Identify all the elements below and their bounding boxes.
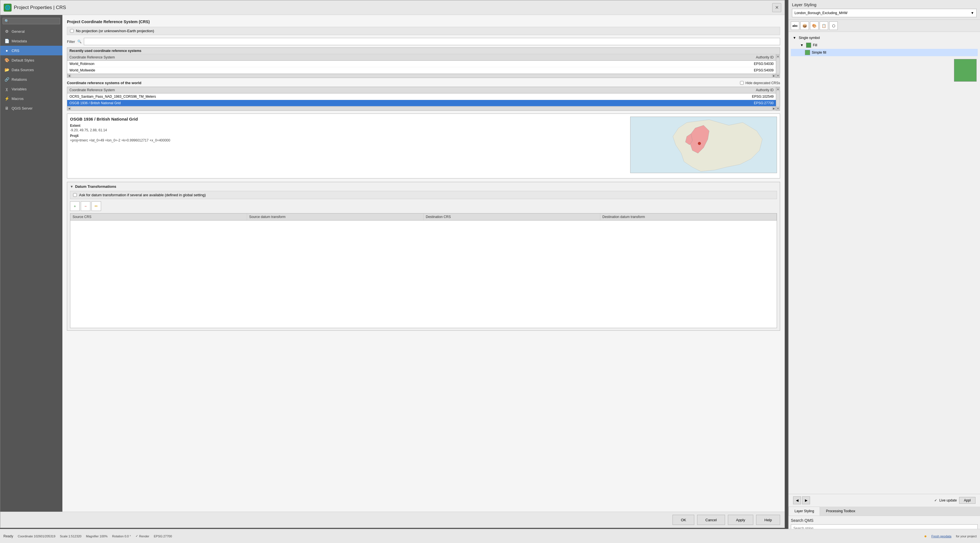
- toolbar-layers-button[interactable]: 📦: [800, 21, 809, 30]
- scroll-down-arrow[interactable]: ▼: [776, 74, 780, 78]
- world-crs-horiz-scroll[interactable]: ◀ ▶: [67, 107, 776, 110]
- fill-color-swatch[interactable]: [806, 43, 811, 48]
- datum-ask-checkbox[interactable]: [73, 193, 77, 197]
- crs-info-title: OSGB 1936 / British National Grid: [70, 116, 627, 121]
- fresh-geodata-suffix: for your project: [956, 535, 977, 538]
- datum-table-header: Source CRS Source datum transform Destin…: [70, 213, 777, 221]
- sidebar: 🔍 ⚙ General 📄 Metadata ● CRS 🎨 Default S…: [0, 15, 62, 512]
- world-crs-title: Coordinate reference systems of the worl…: [67, 81, 142, 85]
- datum-edit-button[interactable]: ✏: [91, 201, 101, 211]
- world-crs-header: Coordinate reference systems of the worl…: [67, 81, 780, 85]
- datum-col-source-crs: Source CRS: [70, 213, 247, 220]
- sidebar-item-variables[interactable]: χ Variables: [0, 84, 62, 94]
- toolbar-blend-button[interactable]: ⬡: [829, 21, 838, 30]
- datum-add-button[interactable]: +: [70, 201, 80, 211]
- world-crs-vert-scroll[interactable]: ▲ ▼: [776, 87, 780, 110]
- table-row[interactable]: World_Mollweide EPSG:54009: [67, 67, 776, 74]
- table-row[interactable]: OSGB 1936 / British National Grid EPSG:2…: [67, 100, 776, 107]
- tab-layer-styling[interactable]: Layer Styling: [789, 506, 820, 516]
- recently-used-label: Recently used coordinate reference syste…: [67, 48, 780, 54]
- world-scroll-down-arrow[interactable]: ▼: [776, 107, 780, 110]
- hide-deprecated-checkbox[interactable]: [740, 81, 744, 85]
- macros-icon: ⚡: [4, 96, 9, 101]
- ok-button[interactable]: OK: [673, 515, 694, 525]
- right-panel: Layer Styling London_Borough_Excluding_M…: [788, 0, 980, 543]
- single-symbol-row[interactable]: ▼ Single symbol: [791, 34, 978, 41]
- large-color-swatch[interactable]: [954, 59, 977, 81]
- dialog-titlebar: 🌐 Project Properties | CRS ✕: [0, 0, 784, 15]
- apply-button[interactable]: Apply: [728, 515, 754, 525]
- map-preview-svg: [630, 117, 777, 173]
- toolbar-table-button[interactable]: 📋: [819, 21, 828, 30]
- simple-fill-swatch[interactable]: [805, 50, 810, 55]
- world-crs-table: Coordinate Reference System Authority ID…: [67, 87, 780, 111]
- live-update-label: Live update: [939, 498, 957, 502]
- recently-used-horiz-scroll[interactable]: ◀ ▶: [67, 74, 776, 78]
- sidebar-item-qgis-server[interactable]: 🖥 QGIS Server: [0, 104, 62, 113]
- recently-used-table-wrapper: Coordinate Reference System Authority ID…: [67, 54, 776, 78]
- search-qms-title: Search QMS: [791, 518, 978, 523]
- sidebar-item-relations[interactable]: 🔗 Relations: [0, 75, 62, 84]
- right-apply-button[interactable]: Appl: [959, 497, 975, 504]
- world-crs-header-row: Coordinate Reference System Authority ID: [67, 87, 776, 94]
- scroll-up-arrow[interactable]: ▲: [776, 54, 780, 58]
- datum-remove-button[interactable]: −: [81, 201, 90, 211]
- sidebar-item-general[interactable]: ⚙ General: [0, 27, 62, 36]
- checkmark-render-icon: ✓: [135, 534, 138, 538]
- filter-search-icon: 🔍: [77, 40, 81, 43]
- table-row[interactable]: OCRS_Santiam_Pass_NAD_1983_CORS96_TM_Met…: [67, 94, 776, 100]
- sidebar-search-bar[interactable]: 🔍: [3, 18, 60, 24]
- status-bar: Ready Coordinate 102601/205319 Scale 1:5…: [0, 529, 980, 543]
- toolbar-abc-button[interactable]: abc: [791, 21, 799, 30]
- world-scroll-left-arrow[interactable]: ◀: [67, 107, 71, 111]
- sidebar-item-data-sources[interactable]: 📂 Data Sources: [0, 65, 62, 75]
- recently-used-rows: World_Robinson EPSG:54030 World_Mollweid…: [67, 61, 776, 74]
- world-scroll-up-arrow[interactable]: ▲: [776, 87, 780, 91]
- toolbar-palette-button[interactable]: 🎨: [810, 21, 818, 30]
- recently-used-section-with-scroll: Coordinate Reference System Authority ID…: [67, 54, 780, 78]
- sidebar-item-label-variables: Variables: [11, 87, 27, 91]
- filter-input[interactable]: [84, 38, 780, 45]
- scroll-right-arrow[interactable]: ▶: [772, 74, 776, 78]
- blend-icon: ⬡: [832, 24, 835, 28]
- table-row[interactable]: World_Robinson EPSG:54030: [67, 61, 776, 67]
- sidebar-item-label-data-sources: Data Sources: [11, 68, 34, 72]
- tab-processing-toolbox[interactable]: Processing Toolbox: [820, 506, 861, 516]
- datum-table: Source CRS Source datum transform Destin…: [70, 213, 777, 328]
- nav-back-button[interactable]: ◀: [793, 497, 801, 504]
- no-projection-checkbox[interactable]: [70, 29, 74, 33]
- scroll-left-arrow[interactable]: ◀: [67, 74, 71, 78]
- sidebar-item-label-general: General: [11, 29, 25, 33]
- world-crs-header-id: Authority ID: [737, 87, 776, 93]
- close-button[interactable]: ✕: [772, 3, 781, 12]
- sidebar-item-macros[interactable]: ⚡ Macros: [0, 94, 62, 104]
- abc-icon: abc: [792, 24, 798, 27]
- fill-row[interactable]: ▼ Fill: [791, 41, 978, 49]
- recently-used-vert-scroll[interactable]: ▲ ▼: [776, 54, 780, 78]
- cancel-button[interactable]: Cancel: [697, 515, 725, 525]
- datum-checkbox-row: Ask for datum transformation if several …: [70, 191, 777, 199]
- datum-collapse-arrow[interactable]: ▼: [70, 185, 73, 189]
- crs-row-id-1: EPSG:54009: [737, 67, 776, 73]
- sidebar-item-label-qgis-server: QGIS Server: [11, 106, 32, 110]
- world-scroll-right-arrow[interactable]: ▶: [772, 107, 776, 111]
- layer-dropdown-name: London_Borough_Excluding_MHW: [794, 11, 847, 15]
- layer-dropdown[interactable]: London_Borough_Excluding_MHW ▼: [792, 9, 977, 17]
- nav-forward-button[interactable]: ▶: [802, 497, 810, 504]
- layers-icon: 📦: [802, 24, 807, 28]
- help-button[interactable]: Help: [756, 515, 780, 525]
- datum-section-title: Datum Transformations: [75, 185, 116, 189]
- fill-expand-icon: ▼: [799, 43, 804, 48]
- fresh-geodata-link[interactable]: Fresh geodata: [931, 535, 951, 538]
- sidebar-item-crs[interactable]: ● CRS: [0, 46, 62, 55]
- sidebar-item-metadata[interactable]: 📄 Metadata: [0, 36, 62, 46]
- nav-live-row: ◀ ▶ ✓ Live update Appl: [789, 494, 980, 506]
- right-panel-tabs: Layer Styling Processing Toolbox: [789, 506, 980, 516]
- simple-fill-row[interactable]: Simple fill: [791, 49, 978, 56]
- crs-row-id-0: EPSG:54030: [737, 61, 776, 67]
- sidebar-item-default-styles[interactable]: 🎨 Default Styles: [0, 55, 62, 65]
- table-icon: 📋: [822, 24, 826, 28]
- layer-dropdown-arrow: ▼: [971, 11, 974, 15]
- world-crs-header-name: Coordinate Reference System: [67, 87, 737, 93]
- sidebar-search-input[interactable]: [10, 19, 58, 23]
